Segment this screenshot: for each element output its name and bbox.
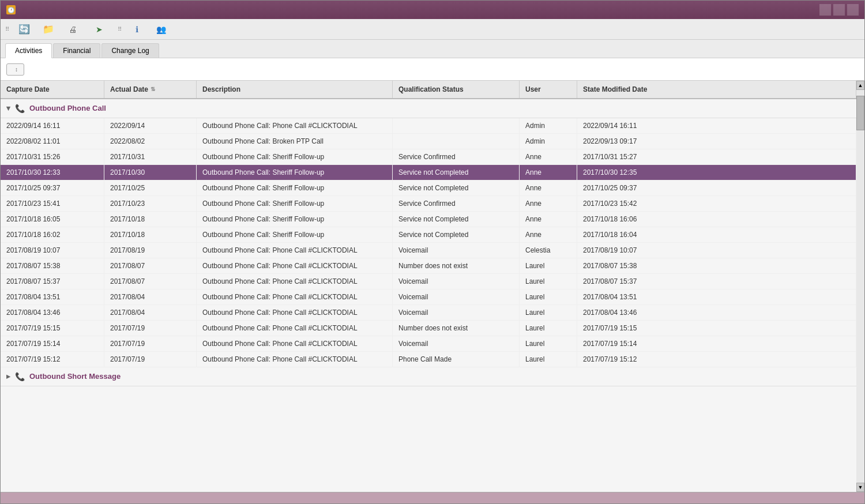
cell-2: Outbound Phone Call: Sheriff Follow-up — [197, 180, 393, 195]
cell-0: 2017/07/19 15:15 — [1, 321, 104, 336]
table-row[interactable]: 2022/09/14 16:112022/09/14Outbound Phone… — [1, 118, 856, 134]
cell-2: Outbound Phone Call: Phone Call #CLICKTO… — [197, 321, 393, 336]
filter-bar: ↕ — [1, 58, 864, 81]
cell-5: 2022/09/13 09:17 — [577, 134, 856, 149]
cell-3: Service Confirmed — [393, 149, 520, 164]
cell-0: 2017/07/19 15:14 — [1, 336, 104, 351]
scroll-up-button[interactable]: ▲ — [856, 81, 864, 90]
scrollbar-track[interactable] — [856, 90, 864, 483]
people-button[interactable]: 👥 — [151, 22, 171, 37]
col-capture-date[interactable]: Capture Date — [1, 81, 104, 98]
cell-0: 2017/10/18 16:05 — [1, 212, 104, 227]
cell-1: 2017/10/18 — [104, 227, 197, 242]
cell-4: Anne — [520, 227, 577, 242]
vertical-scrollbar[interactable]: ▲ ▼ — [856, 81, 864, 492]
cell-1: 2022/08/02 — [104, 134, 197, 149]
group-toggle-icon[interactable]: ▾ — [6, 104, 10, 112]
col-state-modified[interactable]: State Modified Date — [577, 81, 856, 98]
cell-5: 2022/09/14 16:11 — [577, 118, 856, 133]
cell-0: 2017/10/25 09:37 — [1, 180, 104, 195]
table-row[interactable]: 2017/07/19 15:122017/07/19Outbound Phone… — [1, 352, 856, 367]
cell-3: Service not Completed — [393, 180, 520, 195]
cell-4: Laurel — [520, 274, 577, 289]
tab-change-log[interactable]: Change Log — [101, 43, 159, 58]
info-button[interactable]: ℹ — [126, 22, 147, 37]
cell-4: Admin — [520, 134, 577, 149]
cell-1: 2017/08/04 — [104, 305, 197, 320]
cell-4: Laurel — [520, 336, 577, 351]
cell-0: 2017/10/18 16:02 — [1, 227, 104, 242]
cell-5: 2017/10/23 15:42 — [577, 196, 856, 211]
close-button[interactable] — [847, 4, 859, 16]
table-row[interactable]: →2017/10/30 12:332017/10/30Outbound Phon… — [1, 165, 856, 180]
table-row[interactable]: 2022/08/02 11:012022/08/02Outbound Phone… — [1, 134, 856, 149]
cell-4: Anne — [520, 180, 577, 195]
table-row[interactable]: 2017/08/19 10:072017/08/19Outbound Phone… — [1, 243, 856, 258]
cell-3: Voicemail — [393, 336, 520, 351]
tab-activities[interactable]: Activities — [5, 43, 52, 58]
cell-4: Laurel — [520, 305, 577, 320]
cell-2: Outbound Phone Call: Sheriff Follow-up — [197, 196, 393, 211]
cell-5: 2017/08/04 13:51 — [577, 289, 856, 304]
print-button[interactable]: 🖨 — [62, 22, 85, 37]
scrollbar-thumb[interactable] — [856, 96, 864, 130]
group-toggle-icon[interactable]: ▸ — [6, 372, 10, 381]
table-row[interactable]: 2017/08/04 13:512017/08/04Outbound Phone… — [1, 289, 856, 305]
table-row[interactable]: 2017/08/07 15:372017/08/07Outbound Phone… — [1, 274, 856, 289]
cell-0: 2017/10/31 15:26 — [1, 149, 104, 164]
cell-3: Voicemail — [393, 289, 520, 304]
filter-sort-icon: ↕ — [15, 66, 18, 73]
table-row[interactable]: 2017/10/23 15:412017/10/23Outbound Phone… — [1, 196, 856, 212]
col-user[interactable]: User — [520, 81, 577, 98]
cell-2: Outbound Phone Call: Phone Call #CLICKTO… — [197, 243, 393, 258]
cell-3: Service not Completed — [393, 227, 520, 242]
folder-button[interactable]: 📁 — [38, 22, 59, 37]
cell-0: 2017/08/19 10:07 — [1, 243, 104, 258]
cell-2: Outbound Phone Call: Broken PTP Call — [197, 134, 393, 149]
table-body: ▾📞Outbound Phone Call2022/09/14 16:11202… — [1, 99, 856, 492]
table-row[interactable]: 2017/08/07 15:382017/08/07Outbound Phone… — [1, 258, 856, 274]
scroll-down-button[interactable]: ▼ — [856, 483, 864, 492]
minimize-button[interactable] — [819, 4, 831, 16]
cell-5: 2017/10/25 09:37 — [577, 180, 856, 195]
export-icon: ➤ — [93, 24, 105, 35]
table-row[interactable]: 2017/10/25 09:372017/10/25Outbound Phone… — [1, 180, 856, 196]
cell-5: 2017/08/04 13:46 — [577, 305, 856, 320]
group-type-icon: 📞 — [15, 104, 25, 113]
table-row[interactable]: 2017/08/04 13:462017/08/04Outbound Phone… — [1, 305, 856, 321]
group-header-0[interactable]: ▾📞Outbound Phone Call — [1, 99, 856, 118]
table-row[interactable]: 2017/10/18 16:052017/10/18Outbound Phone… — [1, 212, 856, 227]
col-actual-date[interactable]: Actual Date ⇅ — [104, 81, 197, 98]
cell-3: Voicemail — [393, 243, 520, 258]
cell-3 — [393, 134, 520, 149]
app-icon: 🕐 — [6, 5, 16, 14]
table-row[interactable]: 2017/07/19 15:142017/07/19Outbound Phone… — [1, 336, 856, 352]
cell-1: 2017/07/19 — [104, 321, 197, 336]
tab-financial[interactable]: Financial — [53, 43, 100, 58]
table-row[interactable]: 2017/10/18 16:022017/10/18Outbound Phone… — [1, 227, 856, 243]
cell-5: 2017/10/18 16:04 — [577, 227, 856, 242]
cell-3: Number does not exist — [393, 321, 520, 336]
col-description[interactable]: Description — [197, 81, 393, 98]
main-window: 🕐 ⠿ 🔄 📁 🖨 ➤ ⠿ ℹ 👥 — [0, 0, 865, 504]
cell-5: 2017/10/30 12:35 — [577, 165, 856, 180]
status-bar — [1, 492, 864, 503]
cell-3: Service Confirmed — [393, 196, 520, 211]
cell-0: 2017/08/04 13:51 — [1, 289, 104, 304]
maximize-button[interactable] — [833, 4, 845, 16]
activity-type-filter[interactable]: ↕ — [6, 63, 24, 76]
table-row[interactable]: 2017/10/31 15:262017/10/31Outbound Phone… — [1, 149, 856, 165]
refresh-button[interactable]: 🔄 — [14, 22, 35, 37]
col-qual-status[interactable]: Qualification Status — [393, 81, 520, 98]
export-button[interactable]: ➤ — [89, 22, 114, 37]
cell-2: Outbound Phone Call: Phone Call #CLICKTO… — [197, 352, 393, 367]
group-header-1[interactable]: ▸📞Outbound Short Message — [1, 367, 856, 386]
cell-2: Outbound Phone Call: Phone Call #CLICKTO… — [197, 258, 393, 273]
table-row[interactable]: 2017/07/19 15:152017/07/19Outbound Phone… — [1, 321, 856, 336]
toolbar-drag-handle2: ⠿ — [118, 26, 122, 32]
cell-1: 2017/07/19 — [104, 336, 197, 351]
cell-4: Anne — [520, 165, 577, 180]
cell-0: 2022/09/14 16:11 — [1, 118, 104, 133]
folder-icon: 📁 — [43, 24, 54, 35]
cell-1: 2017/10/23 — [104, 196, 197, 211]
